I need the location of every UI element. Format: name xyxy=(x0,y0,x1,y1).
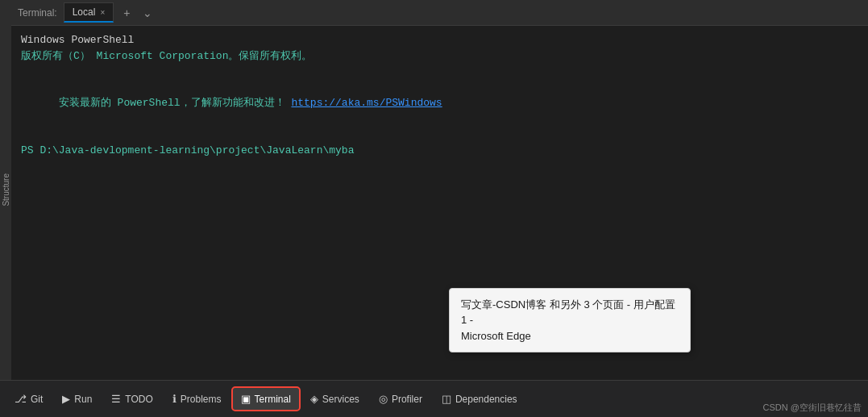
terminal-line-6: PS D:\Java-devlopment-learning\project\J… xyxy=(21,143,858,159)
tab-problems[interactable]: ℹ Problems xyxy=(164,388,230,410)
tooltip-line2: Microsoft Edge xyxy=(461,330,531,342)
terminal-line-2: 版权所有（C） Microsoft Corporation。保留所有权利。 xyxy=(21,48,858,65)
terminal-line-1: Windows PowerShell xyxy=(21,32,858,48)
csdn-watermark: CSDN @空街旧巷忆往昔 xyxy=(763,402,862,414)
todo-icon: ☰ xyxy=(111,393,121,405)
terminal-tab-local[interactable]: Local × xyxy=(64,2,114,23)
tab-run[interactable]: ▶ Run xyxy=(54,388,100,410)
tooltip-popup: 写文章-CSDN博客 和另外 3 个页面 - 用户配置 1 - Microsof… xyxy=(449,288,691,353)
profiler-icon: ◎ xyxy=(379,393,388,405)
terminal-tab-name: Local xyxy=(73,6,96,18)
tab-terminal-label: Terminal xyxy=(255,394,291,405)
run-icon: ▶ xyxy=(62,393,70,405)
terminal-tab-close[interactable]: × xyxy=(100,8,105,17)
tab-problems-label: Problems xyxy=(181,394,222,405)
tab-actions: + ⌄ xyxy=(120,5,156,21)
terminal-tab-bar: Terminal: Local × + ⌄ xyxy=(11,0,868,26)
tab-run-label: Run xyxy=(74,394,92,405)
tab-services[interactable]: ◈ Services xyxy=(302,388,368,410)
tab-dependencies-label: Dependencies xyxy=(455,394,517,405)
terminal-container: Terminal: Local × + ⌄ Windows PowerShell… xyxy=(11,0,868,380)
tab-git-label: Git xyxy=(31,394,43,405)
add-tab-button[interactable]: + xyxy=(120,5,133,21)
terminal-label: Terminal: xyxy=(18,7,57,19)
git-icon: ⎇ xyxy=(15,393,27,405)
tab-git[interactable]: ⎇ Git xyxy=(6,388,51,410)
tooltip-line1: 写文章-CSDN博客 和另外 3 个页面 - 用户配置 1 - xyxy=(461,298,675,327)
structure-label[interactable]: Structure xyxy=(0,170,12,210)
tab-todo[interactable]: ☰ TODO xyxy=(103,388,160,410)
bottom-bar: ⎇ Git ▶ Run ☰ TODO ℹ Problems ▣ Terminal… xyxy=(0,380,868,417)
tab-services-label: Services xyxy=(322,394,359,405)
dropdown-button[interactable]: ⌄ xyxy=(139,5,156,21)
problems-icon: ℹ xyxy=(172,393,177,405)
dependencies-icon: ◫ xyxy=(442,393,451,405)
tab-dependencies[interactable]: ◫ Dependencies xyxy=(434,388,525,410)
tab-profiler-label: Profiler xyxy=(392,394,422,405)
terminal-line-3 xyxy=(21,64,858,80)
terminal-line-5 xyxy=(21,127,858,143)
terminal-line-4: 安装最新的 PowerShell，了解新功能和改进！ https://aka.m… xyxy=(21,80,858,127)
terminal-install-text: 安装最新的 PowerShell，了解新功能和改进！ xyxy=(59,97,292,109)
tab-terminal[interactable]: ▣ Terminal xyxy=(233,388,299,410)
terminal-link[interactable]: https://aka.ms/PSWindows xyxy=(291,97,442,109)
left-sidebar: Structure xyxy=(0,0,11,380)
tab-profiler[interactable]: ◎ Profiler xyxy=(371,388,430,410)
services-icon: ◈ xyxy=(310,393,318,405)
terminal-icon: ▣ xyxy=(241,393,251,405)
tab-todo-label: TODO xyxy=(125,394,152,405)
terminal-content[interactable]: Windows PowerShell 版权所有（C） Microsoft Cor… xyxy=(11,26,868,380)
